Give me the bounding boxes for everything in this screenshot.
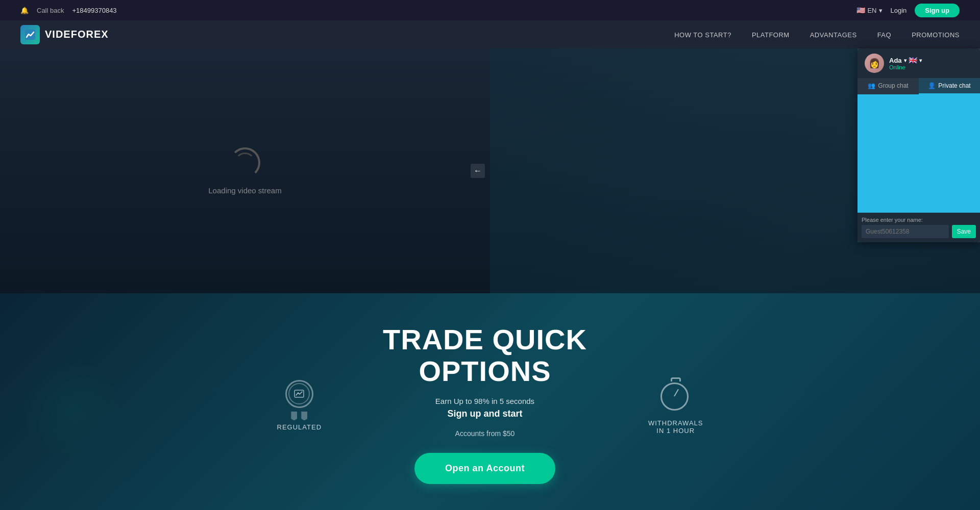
medal-ribbons <box>291 412 307 421</box>
hero-title-line2: OPTIONS <box>419 355 551 387</box>
topbar-right: 🇺🇸 EN ▾ Login Sign up <box>856 4 960 17</box>
regulated-icon-wrap <box>279 377 320 418</box>
logo[interactable]: VIDEFOREX <box>20 25 109 44</box>
language-label: EN <box>867 7 876 14</box>
group-chat-icon: 👥 <box>868 82 875 89</box>
flag-uk-icon: 🇬🇧 <box>909 56 917 64</box>
logo-text: VIDEFOREX <box>45 29 109 40</box>
language-selector[interactable]: 🇺🇸 EN ▾ <box>856 6 882 14</box>
tab-private-chat[interactable]: 👤 Private chat <box>919 78 980 94</box>
stopwatch-crown <box>671 377 681 381</box>
video-area: Loading video stream ← <box>0 48 490 293</box>
flag-icon: 🇺🇸 <box>856 6 865 14</box>
chat-tabs: 👥 Group chat 👤 Private chat <box>857 78 980 94</box>
chat-user-info: Ada ▾ 🇬🇧 ▾ Online <box>889 56 922 70</box>
chat-input-area: Please enter your name: Save <box>857 213 980 242</box>
nav-how-to-start[interactable]: HOW TO START? <box>674 31 731 39</box>
chat-header: 👩 Ada ▾ 🇬🇧 ▾ Online <box>857 48 980 78</box>
navbar: VIDEFOREX HOW TO START? PLATFORM ADVANTA… <box>0 20 980 48</box>
private-chat-icon: 👤 <box>928 82 936 89</box>
tab-group-chat[interactable]: 👥 Group chat <box>857 78 919 94</box>
hero-grid: REGULATED TRADE QUICK OPTIONS Earn Up to… <box>0 324 980 484</box>
hero-title-line1: TRADE QUICK <box>383 323 587 355</box>
topbar-left: 🔔 Call back +18499370843 <box>20 7 117 14</box>
flag-dropdown-icon[interactable]: ▾ <box>919 58 922 63</box>
hero-section: REGULATED TRADE QUICK OPTIONS Earn Up to… <box>0 293 980 510</box>
video-collapse-button[interactable]: ← <box>471 164 485 178</box>
hero-subtitle2: Sign up and start <box>383 409 587 419</box>
stopwatch-body <box>660 382 689 411</box>
loading-spinner <box>230 147 260 178</box>
chat-widget: 👩 Ada ▾ 🇬🇧 ▾ Online 👥 Group chat 👤 Priva… <box>857 48 980 242</box>
loading-text: Loading video stream <box>208 186 281 195</box>
nav-links: HOW TO START? PLATFORM ADVANTAGES FAQ PR… <box>674 30 960 39</box>
hero-accounts: Accounts from $50 <box>383 429 587 438</box>
main-content: Loading video stream ← 👩 Ada ▾ 🇬🇧 ▾ Onli… <box>0 48 980 293</box>
chevron-down-icon: ▾ <box>879 7 883 14</box>
ribbon-left <box>291 412 297 421</box>
medal-outer <box>285 380 313 408</box>
nav-promotions[interactable]: PROMOTIONS <box>912 31 960 39</box>
chat-username: Ada ▾ 🇬🇧 ▾ <box>889 56 922 64</box>
withdrawals-item: Withdrawals in 1 hour <box>648 373 703 435</box>
nav-advantages[interactable]: ADVANTAGES <box>810 31 857 39</box>
login-button[interactable]: Login <box>891 7 907 14</box>
dropdown-icon[interactable]: ▾ <box>904 58 906 63</box>
hero-subtitle: Earn Up to 98% in 5 seconds <box>383 397 587 405</box>
stopwatch-icon <box>660 377 691 411</box>
chat-status: Online <box>889 64 922 70</box>
logo-icon <box>20 25 40 44</box>
phone-icon: 🔔 <box>20 7 29 14</box>
topbar: 🔔 Call back +18499370843 🇺🇸 EN ▾ Login S… <box>0 0 980 20</box>
regulated-icon <box>281 380 317 416</box>
signup-button[interactable]: Sign up <box>915 4 960 17</box>
stopwatch-hand <box>674 389 679 396</box>
regulated-item: REGULATED <box>277 377 322 431</box>
hero-title: TRADE QUICK OPTIONS <box>383 324 587 387</box>
regulated-label: REGULATED <box>277 423 322 431</box>
open-account-button[interactable]: Open an Account <box>414 453 555 484</box>
medal-inner <box>288 383 310 404</box>
withdrawals-icon-wrap <box>655 373 696 414</box>
ribbon-right <box>301 412 307 421</box>
nav-faq[interactable]: FAQ <box>877 31 892 39</box>
chat-name-input[interactable] <box>862 225 949 238</box>
hero-center: TRADE QUICK OPTIONS Earn Up to 98% in 5 … <box>383 324 587 484</box>
chat-input-label: Please enter your name: <box>862 217 976 223</box>
avatar: 👩 <box>865 54 884 73</box>
withdrawals-label: Withdrawals in 1 hour <box>648 419 703 435</box>
nav-platform[interactable]: PLATFORM <box>752 31 790 39</box>
chat-body <box>857 94 980 213</box>
chat-input-row: Save <box>862 225 976 238</box>
callback-label[interactable]: Call back <box>37 7 64 14</box>
chat-save-button[interactable]: Save <box>952 225 976 238</box>
phone-number[interactable]: +18499370843 <box>72 7 116 14</box>
